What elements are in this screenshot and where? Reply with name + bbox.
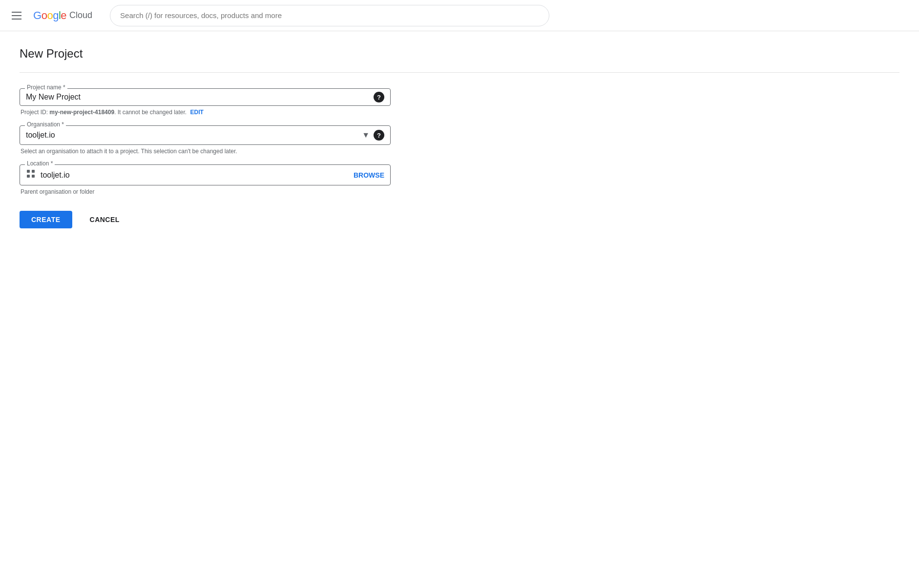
- svg-rect-3: [32, 175, 35, 178]
- form-container: Project name * ? Project ID: my-new-proj…: [20, 88, 391, 228]
- location-helper: Parent organisation or folder: [20, 188, 391, 195]
- create-button[interactable]: CREATE: [20, 211, 72, 228]
- edit-project-id-link[interactable]: EDIT: [190, 109, 204, 116]
- button-row: CREATE CANCEL: [20, 211, 391, 228]
- cloud-logo-text: Cloud: [69, 10, 92, 20]
- organisation-dropdown-icon[interactable]: ▼: [362, 131, 370, 140]
- project-name-label: Project name *: [25, 84, 67, 91]
- organisation-helper: Select an organisation to attach it to a…: [20, 148, 391, 155]
- main-content: New Project Project name * ? Project ID:…: [0, 31, 919, 244]
- organisation-help-icon[interactable]: ?: [374, 130, 384, 141]
- organisation-field: Organisation * ▼ ?: [20, 125, 391, 145]
- organisation-group: Organisation * ▼ ? Select an organisatio…: [20, 125, 391, 155]
- divider: [20, 72, 899, 73]
- browse-link[interactable]: BROWSE: [354, 171, 384, 179]
- location-value: tooljet.io: [41, 171, 354, 180]
- google-logo-text: Google: [33, 9, 66, 22]
- search-bar[interactable]: [110, 5, 549, 26]
- search-input[interactable]: [110, 5, 549, 26]
- organisation-label: Organisation *: [25, 121, 66, 128]
- project-name-field: Project name * ?: [20, 88, 391, 106]
- project-name-help-icon[interactable]: ?: [374, 92, 384, 102]
- project-name-input[interactable]: [26, 93, 384, 101]
- menu-button[interactable]: [8, 8, 25, 23]
- header: Google Cloud: [0, 0, 919, 31]
- project-id-helper: Project ID: my-new-project-418409. It ca…: [20, 109, 391, 116]
- location-field: Location * tooljet.io BROWSE: [20, 164, 391, 185]
- project-name-group: Project name * ? Project ID: my-new-proj…: [20, 88, 391, 116]
- location-group: Location * tooljet.io BROWSE Parent orga…: [20, 164, 391, 195]
- logo: Google Cloud: [33, 9, 92, 22]
- location-label: Location *: [25, 160, 55, 167]
- page-title: New Project: [20, 47, 899, 61]
- organisation-input[interactable]: [26, 131, 362, 140]
- location-grid-icon: [26, 169, 36, 181]
- svg-rect-1: [32, 170, 35, 173]
- svg-rect-0: [27, 170, 30, 173]
- cancel-button[interactable]: CANCEL: [78, 211, 131, 228]
- svg-rect-2: [27, 175, 30, 178]
